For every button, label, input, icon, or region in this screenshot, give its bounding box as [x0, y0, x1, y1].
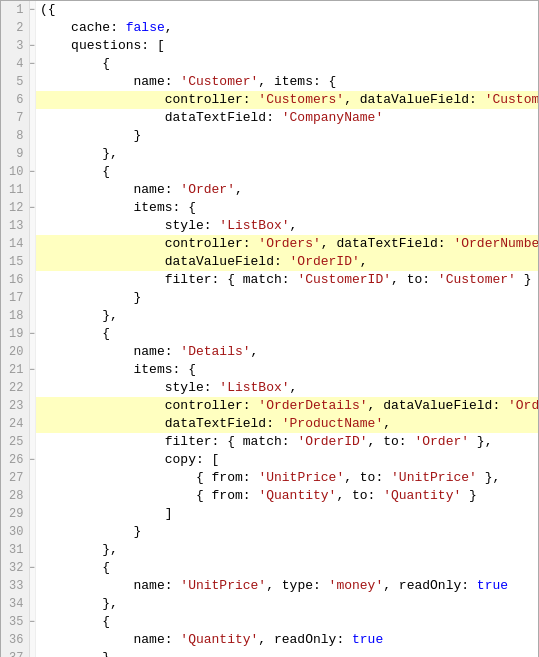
fold-gutter-cell[interactable]: − — [29, 55, 35, 73]
token-c-bracket: } — [40, 128, 141, 143]
token-c-string: 'CustomerID' — [485, 92, 539, 107]
token-c-default: , — [383, 578, 399, 593]
token-c-prop: from — [212, 488, 243, 503]
token-c-colon: : — [266, 110, 282, 125]
token-c-bracket: } — [461, 488, 477, 503]
token-c-bracket: }, — [40, 308, 118, 323]
token-c-string: 'Customers' — [258, 92, 344, 107]
code-cell: controller: 'Customers', dataValueField:… — [35, 91, 539, 109]
token-c-prop: dataValueField — [40, 254, 274, 269]
fold-gutter-cell[interactable]: − — [29, 199, 35, 217]
token-c-prop: cache — [40, 20, 110, 35]
token-c-bracket: [ — [212, 452, 220, 467]
token-c-prop: readOnly — [274, 632, 336, 647]
line-number-cell: 34 — [1, 595, 29, 613]
token-c-prop: to — [383, 434, 399, 449]
line-row: 26− copy: [ — [1, 451, 539, 469]
code-cell: name: 'UnitPrice', type: 'money', readOn… — [35, 577, 539, 595]
token-c-default: , — [290, 380, 298, 395]
line-number-cell: 26 — [1, 451, 29, 469]
token-c-default: , — [344, 92, 360, 107]
line-row: 36 name: 'Quantity', readOnly: true — [1, 631, 539, 649]
token-c-string: 'Customer' — [180, 74, 258, 89]
token-c-string: 'OrderDetails' — [258, 398, 367, 413]
line-row: 1−({ — [1, 1, 539, 19]
fold-gutter-cell[interactable]: − — [29, 451, 35, 469]
line-number-cell: 1 — [1, 1, 29, 19]
token-c-bracket: }, — [469, 434, 492, 449]
token-c-bracket: { — [227, 434, 243, 449]
token-c-default: , — [251, 344, 259, 359]
token-c-prop: from — [212, 470, 243, 485]
line-row: 8 } — [1, 127, 539, 145]
line-row: 19− { — [1, 325, 539, 343]
token-c-prop: controller — [40, 92, 243, 107]
token-c-prop: style — [40, 380, 204, 395]
line-number-cell: 19 — [1, 325, 29, 343]
line-row: 37 } — [1, 649, 539, 657]
token-c-bracket: { — [188, 362, 196, 377]
code-cell: name: 'Details', — [35, 343, 539, 361]
line-row: 21− items: { — [1, 361, 539, 379]
token-c-default: , — [290, 218, 298, 233]
token-c-bracket: ] — [40, 506, 173, 521]
token-c-prop: match — [243, 272, 282, 287]
token-c-prop: filter — [40, 434, 212, 449]
line-row: 22 style: 'ListBox', — [1, 379, 539, 397]
token-c-colon: : — [204, 218, 220, 233]
code-cell: dataTextField: 'CompanyName' — [35, 109, 539, 127]
token-c-default: , — [165, 20, 173, 35]
line-number-cell: 35 — [1, 613, 29, 631]
fold-gutter-cell[interactable]: − — [29, 1, 35, 19]
token-c-bool: true — [352, 632, 383, 647]
token-c-prop: name — [40, 182, 165, 197]
line-number-cell: 3 — [1, 37, 29, 55]
line-number-cell: 6 — [1, 91, 29, 109]
fold-gutter-cell[interactable]: − — [29, 325, 35, 343]
fold-gutter-cell[interactable]: − — [29, 559, 35, 577]
line-number-cell: 2 — [1, 19, 29, 37]
line-row: 15 dataValueField: 'OrderID', — [1, 253, 539, 271]
code-cell: { — [35, 613, 539, 631]
token-c-string: 'ListBox' — [219, 380, 289, 395]
token-c-prop: type — [282, 578, 313, 593]
token-c-colon: : — [368, 488, 384, 503]
fold-gutter-cell[interactable]: − — [29, 361, 35, 379]
token-c-bracket: } — [40, 290, 141, 305]
token-c-prop: readOnly — [399, 578, 461, 593]
token-c-string: 'ProductName' — [282, 416, 383, 431]
token-c-default: , — [336, 488, 352, 503]
code-cell: { from: 'Quantity', to: 'Quantity' } — [35, 487, 539, 505]
code-cell: { from: 'UnitPrice', to: 'UnitPrice' }, — [35, 469, 539, 487]
token-c-colon: : — [173, 362, 189, 377]
fold-gutter-cell[interactable]: − — [29, 613, 35, 631]
token-c-bracket: ({ — [40, 2, 56, 17]
token-c-default: , — [383, 416, 391, 431]
line-row: 31 }, — [1, 541, 539, 559]
token-c-bracket: { — [329, 74, 337, 89]
token-c-prop: dataTextField — [40, 416, 266, 431]
editor-window: 1−({2 cache: false,3− questions: [4− {5 … — [0, 0, 539, 657]
code-cell: { — [35, 163, 539, 181]
token-c-colon: : — [399, 434, 415, 449]
line-row: 4− { — [1, 55, 539, 73]
token-c-bool: false — [126, 20, 165, 35]
token-c-string: 'UnitPrice' — [180, 578, 266, 593]
token-c-colon: : — [461, 578, 477, 593]
token-c-colon: : — [282, 434, 298, 449]
line-row: 18 }, — [1, 307, 539, 325]
fold-gutter-cell[interactable]: − — [29, 163, 35, 181]
token-c-prop: controller — [40, 398, 243, 413]
token-c-string: 'Details' — [180, 344, 250, 359]
token-c-prop: questions — [40, 38, 141, 53]
fold-gutter-cell[interactable]: − — [29, 37, 35, 55]
line-row: 30 } — [1, 523, 539, 541]
line-number-cell: 14 — [1, 235, 29, 253]
token-c-prop: items — [40, 362, 173, 377]
line-row: 32− { — [1, 559, 539, 577]
token-c-default: , — [360, 254, 368, 269]
token-c-bracket: { — [40, 326, 110, 341]
line-number-cell: 31 — [1, 541, 29, 559]
token-c-colon: : — [438, 236, 454, 251]
code-cell: style: 'ListBox', — [35, 217, 539, 235]
